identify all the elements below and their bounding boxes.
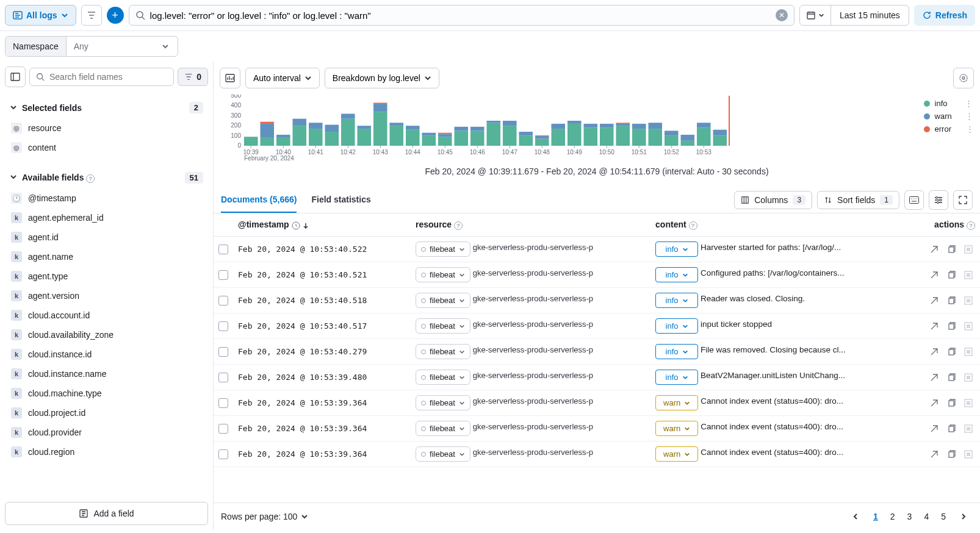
query-input[interactable]	[150, 10, 771, 21]
selected-field-item[interactable]: ◎content	[7, 138, 206, 157]
copy-row-button[interactable]	[945, 448, 958, 461]
data-view-button[interactable]: All logs	[5, 5, 76, 26]
available-field-item[interactable]: kcloud.machine.type	[7, 384, 206, 403]
available-field-item[interactable]: kagent.name	[7, 247, 206, 266]
expand-row-button[interactable]	[928, 371, 941, 384]
log-level-badge[interactable]: info	[655, 370, 698, 385]
help-icon[interactable]: ?	[86, 174, 95, 183]
tab-field-statistics[interactable]: Field statistics	[311, 187, 370, 213]
copy-row-button[interactable]	[945, 371, 958, 384]
available-field-item[interactable]: kcloud.provider	[7, 423, 206, 442]
time-picker-calendar[interactable]	[800, 5, 831, 25]
legend-warn[interactable]: warn⋮	[924, 110, 974, 123]
more-row-button[interactable]	[962, 422, 975, 435]
more-row-button[interactable]	[962, 294, 975, 307]
page-number[interactable]: 1	[867, 508, 884, 525]
page-number[interactable]: 4	[918, 508, 935, 525]
interval-button[interactable]: Auto interval	[245, 68, 320, 88]
service-pill[interactable]: filebeat	[416, 370, 470, 385]
available-field-item[interactable]: 🕐@timestamp	[7, 188, 206, 208]
selected-fields-header[interactable]: Selected fields 2	[7, 97, 206, 118]
table-row[interactable]: Feb 20, 2024 @ 10:53:39.364filebeat gke-…	[214, 416, 980, 442]
col-resource[interactable]: resource ?	[411, 213, 650, 237]
more-row-button[interactable]	[962, 243, 975, 256]
row-checkbox[interactable]	[218, 424, 228, 434]
copy-row-button[interactable]	[945, 320, 958, 333]
service-pill[interactable]: filebeat	[416, 318, 470, 334]
expand-row-button[interactable]	[928, 345, 941, 359]
table-row[interactable]: Feb 20, 2024 @ 10:53:40.517filebeat gke-…	[214, 313, 980, 339]
more-row-button[interactable]	[962, 396, 975, 410]
row-checkbox[interactable]	[218, 245, 228, 254]
log-level-badge[interactable]: info	[655, 344, 698, 359]
table-row[interactable]: Feb 20, 2024 @ 10:53:40.279filebeat gke-…	[214, 339, 980, 365]
expand-row-button[interactable]	[928, 396, 941, 410]
more-row-button[interactable]	[962, 345, 975, 359]
expand-row-button[interactable]	[928, 320, 941, 333]
log-level-badge[interactable]: warn	[655, 421, 698, 436]
histogram-chart[interactable]: 010020030040050010:3910:4010:4110:4210:4…	[214, 95, 980, 187]
page-prev[interactable]	[846, 509, 865, 524]
add-filter-button[interactable]: +	[107, 7, 124, 24]
log-level-badge[interactable]: warn	[655, 446, 698, 462]
col-content[interactable]: content ?	[650, 213, 907, 237]
legend-error[interactable]: error⋮	[924, 123, 974, 135]
more-row-button[interactable]	[962, 371, 975, 384]
row-checkbox[interactable]	[218, 296, 228, 306]
available-field-item[interactable]: kagent.ephemeral_id	[7, 208, 206, 227]
row-checkbox[interactable]	[218, 398, 228, 408]
namespace-filter[interactable]: Namespace Any	[5, 36, 178, 57]
log-level-badge[interactable]: warn	[655, 395, 698, 410]
log-level-badge[interactable]: info	[655, 241, 698, 257]
time-picker[interactable]: Last 15 minutes	[799, 5, 909, 26]
page-number[interactable]: 2	[884, 508, 901, 525]
breakdown-button[interactable]: Breakdown by log.level	[325, 68, 439, 88]
field-filter-button[interactable]: 0	[178, 68, 208, 86]
table-row[interactable]: Feb 20, 2024 @ 10:53:40.518filebeat gke-…	[214, 288, 980, 313]
available-field-item[interactable]: kagent.id	[7, 227, 206, 247]
help-icon[interactable]: ?	[689, 221, 697, 230]
table-row[interactable]: Feb 20, 2024 @ 10:53:39.364filebeat gke-…	[214, 390, 980, 416]
row-checkbox[interactable]	[218, 347, 228, 357]
row-checkbox[interactable]	[218, 373, 228, 382]
collapse-sidebar-button[interactable]	[5, 66, 26, 87]
time-range-label[interactable]: Last 15 minutes	[831, 5, 909, 25]
display-options-button[interactable]	[929, 190, 948, 210]
available-fields-header[interactable]: Available fields ? 51	[7, 167, 206, 188]
expand-row-button[interactable]	[928, 448, 941, 461]
page-number[interactable]: 5	[935, 508, 952, 525]
copy-row-button[interactable]	[945, 294, 958, 307]
results-table-container[interactable]: @timestamp resource ? content ? actions …	[214, 213, 980, 503]
available-field-item[interactable]: kagent.type	[7, 266, 206, 286]
available-field-item[interactable]: kcloud.account.id	[7, 306, 206, 325]
table-row[interactable]: Feb 20, 2024 @ 10:53:39.364filebeat gke-…	[214, 442, 980, 467]
table-row[interactable]: Feb 20, 2024 @ 10:53:40.521filebeat gke-…	[214, 262, 980, 288]
field-search-input[interactable]	[49, 72, 167, 82]
more-row-button[interactable]	[962, 268, 975, 282]
table-row[interactable]: Feb 20, 2024 @ 10:53:39.480filebeat gke-…	[214, 365, 980, 390]
row-checkbox[interactable]	[218, 321, 228, 331]
expand-row-button[interactable]	[928, 268, 941, 282]
sort-button[interactable]: Sort fields 1	[817, 191, 899, 209]
page-next[interactable]	[954, 509, 973, 524]
service-pill[interactable]: filebeat	[416, 241, 470, 257]
service-pill[interactable]: filebeat	[416, 267, 470, 282]
service-pill[interactable]: filebeat	[416, 293, 470, 308]
copy-row-button[interactable]	[945, 396, 958, 410]
rows-per-page-button[interactable]: Rows per page: 100	[221, 512, 308, 521]
clear-query-button[interactable]: ✕	[776, 9, 788, 21]
log-level-badge[interactable]: info	[655, 267, 698, 282]
col-timestamp[interactable]: @timestamp	[233, 213, 411, 237]
more-row-button[interactable]	[962, 448, 975, 461]
tab-documents[interactable]: Documents (5,666)	[221, 187, 297, 213]
namespace-value-wrap[interactable]: Any	[67, 37, 178, 56]
service-pill[interactable]: filebeat	[416, 421, 470, 436]
chart-toggle-button[interactable]	[220, 68, 240, 88]
available-field-item[interactable]: kcloud.region	[7, 442, 206, 462]
table-row[interactable]: Feb 20, 2024 @ 10:53:40.522filebeat gke-…	[214, 237, 980, 262]
selected-field-item[interactable]: ◎resource	[7, 118, 206, 138]
service-pill[interactable]: filebeat	[416, 446, 470, 462]
legend-info[interactable]: info⋮	[924, 97, 974, 110]
filter-toggle-button[interactable]	[81, 5, 102, 26]
expand-row-button[interactable]	[928, 243, 941, 256]
